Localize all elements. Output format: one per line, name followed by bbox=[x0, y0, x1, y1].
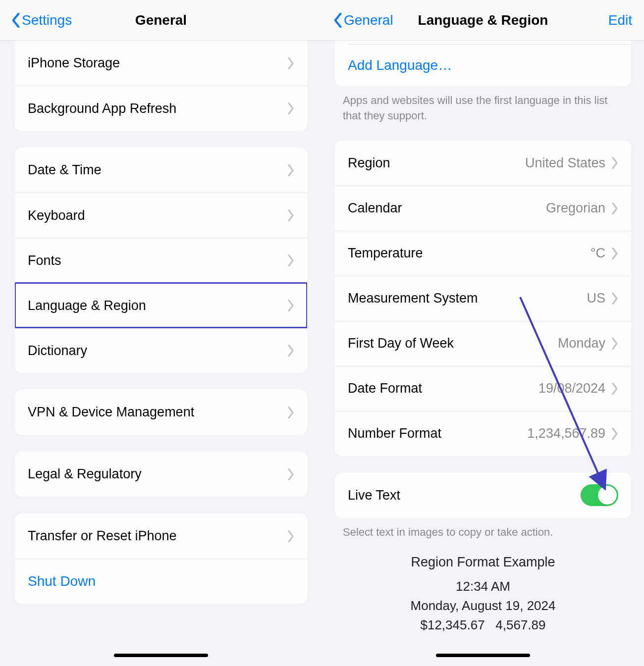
nav-bar-right: General Language & Region Edit bbox=[322, 0, 644, 41]
row-shut-down[interactable]: Shut Down bbox=[15, 559, 307, 604]
value-temperature: °C bbox=[590, 246, 605, 261]
row-first-day-of-week[interactable]: First Day of Week Monday bbox=[335, 321, 631, 366]
label-region: Region bbox=[348, 155, 525, 171]
example-time: 12:34 AM bbox=[322, 579, 644, 594]
back-general-label: General bbox=[344, 12, 393, 28]
example-amount-1: $12,345.67 bbox=[420, 617, 484, 632]
value-date-format: 19/08/2024 bbox=[538, 381, 605, 396]
label-add-language: Add Language… bbox=[348, 57, 618, 73]
chevron-right-icon bbox=[287, 57, 294, 69]
chevron-right-icon bbox=[611, 338, 618, 350]
languages-footer: Apps and websites will use the first lan… bbox=[322, 86, 644, 124]
chevron-right-icon bbox=[611, 383, 618, 395]
label-calendar: Calendar bbox=[348, 201, 546, 216]
label-number-format: Number Format bbox=[348, 426, 527, 441]
home-indicator[interactable] bbox=[436, 654, 530, 657]
row-fonts[interactable]: Fonts bbox=[15, 238, 307, 283]
row-vpn-device-management[interactable]: VPN & Device Management bbox=[15, 390, 307, 435]
chevron-right-icon bbox=[287, 530, 294, 542]
chevron-left-icon bbox=[12, 13, 20, 28]
chevron-left-icon bbox=[334, 13, 342, 28]
group-datetime: Date & Time Keyboard Fonts Language & Re… bbox=[15, 148, 307, 373]
group-region-settings: Region United States Calendar Gregorian … bbox=[335, 141, 631, 456]
group-live-text: Live Text bbox=[335, 473, 631, 518]
chevron-right-icon bbox=[611, 293, 618, 305]
label-fonts: Fonts bbox=[28, 253, 287, 268]
label-keyboard: Keyboard bbox=[28, 208, 287, 223]
row-calendar[interactable]: Calendar Gregorian bbox=[335, 186, 631, 231]
value-measurement: US bbox=[587, 291, 605, 306]
row-temperature[interactable]: Temperature °C bbox=[335, 231, 631, 276]
page-title-general: General bbox=[135, 12, 187, 28]
language-region-screen: General Language & Region Edit Add Langu… bbox=[322, 0, 644, 666]
row-number-format[interactable]: Number Format 1,234,567.89 bbox=[335, 411, 631, 456]
example-amounts: $12,345.67 4,567.89 bbox=[322, 617, 644, 633]
row-date-format[interactable]: Date Format 19/08/2024 bbox=[335, 366, 631, 411]
edit-button[interactable]: Edit bbox=[602, 12, 632, 28]
chevron-right-icon bbox=[287, 300, 294, 311]
value-first-day: Monday bbox=[558, 336, 605, 351]
row-keyboard[interactable]: Keyboard bbox=[15, 193, 307, 238]
label-iphone-storage: iPhone Storage bbox=[28, 55, 287, 71]
home-indicator[interactable] bbox=[114, 654, 208, 657]
live-text-footer: Select text in images to copy or take ac… bbox=[322, 518, 644, 540]
live-text-toggle[interactable] bbox=[581, 484, 618, 506]
example-date: Monday, August 19, 2024 bbox=[322, 598, 644, 614]
chevron-right-icon bbox=[287, 407, 294, 418]
label-live-text: Live Text bbox=[348, 488, 581, 503]
nav-bar-left: Settings General bbox=[0, 0, 322, 41]
general-settings-screen: Settings General iPhone Storage Backgrou… bbox=[0, 0, 322, 666]
group-vpn: VPN & Device Management bbox=[15, 390, 307, 435]
language-region-content: Add Language… Apps and websites will use… bbox=[322, 41, 644, 666]
value-number-format: 1,234,567.89 bbox=[527, 426, 605, 441]
row-language-region[interactable]: Language & Region bbox=[15, 283, 307, 328]
chevron-right-icon bbox=[287, 255, 294, 266]
row-iphone-storage[interactable]: iPhone Storage bbox=[15, 41, 307, 86]
back-settings-button[interactable]: Settings bbox=[12, 12, 72, 28]
chevron-right-icon bbox=[611, 203, 618, 214]
back-settings-label: Settings bbox=[22, 12, 72, 28]
example-header: Region Format Example bbox=[322, 555, 644, 570]
row-date-time[interactable]: Date & Time bbox=[15, 148, 307, 193]
chevron-right-icon bbox=[287, 164, 294, 176]
chevron-right-icon bbox=[287, 102, 294, 114]
chevron-right-icon bbox=[287, 345, 294, 357]
row-measurement-system[interactable]: Measurement System US bbox=[335, 276, 631, 321]
label-dictionary: Dictionary bbox=[28, 343, 287, 359]
value-region: United States bbox=[525, 155, 605, 171]
row-live-text: Live Text bbox=[335, 473, 631, 518]
row-legal-regulatory[interactable]: Legal & Regulatory bbox=[15, 452, 307, 497]
row-region[interactable]: Region United States bbox=[335, 141, 631, 186]
label-date-format: Date Format bbox=[348, 381, 538, 396]
label-first-day: First Day of Week bbox=[348, 336, 558, 351]
label-date-time: Date & Time bbox=[28, 162, 287, 178]
label-transfer: Transfer or Reset iPhone bbox=[28, 528, 287, 544]
general-content: iPhone Storage Background App Refresh Da… bbox=[0, 41, 322, 666]
label-background-app-refresh: Background App Refresh bbox=[28, 101, 287, 116]
label-legal: Legal & Regulatory bbox=[28, 466, 287, 482]
row-background-app-refresh[interactable]: Background App Refresh bbox=[15, 86, 307, 131]
back-general-button[interactable]: General bbox=[334, 12, 393, 28]
page-title-language-region: Language & Region bbox=[418, 12, 548, 28]
label-vpn: VPN & Device Management bbox=[28, 405, 287, 420]
group-transfer: Transfer or Reset iPhone Shut Down bbox=[15, 513, 307, 604]
label-language-region: Language & Region bbox=[28, 298, 287, 313]
row-dictionary[interactable]: Dictionary bbox=[15, 328, 307, 373]
group-storage: iPhone Storage Background App Refresh bbox=[15, 41, 307, 131]
value-calendar: Gregorian bbox=[546, 201, 605, 216]
chevron-right-icon bbox=[287, 209, 294, 221]
chevron-right-icon bbox=[611, 157, 618, 169]
example-amount-2: 4,567.89 bbox=[495, 617, 545, 632]
chevron-right-icon bbox=[611, 248, 618, 259]
row-transfer-reset[interactable]: Transfer or Reset iPhone bbox=[15, 513, 307, 559]
label-measurement: Measurement System bbox=[348, 291, 587, 306]
chevron-right-icon bbox=[287, 468, 294, 480]
region-format-example: Region Format Example 12:34 AM Monday, A… bbox=[322, 540, 644, 633]
label-temperature: Temperature bbox=[348, 246, 590, 261]
group-languages: Add Language… bbox=[335, 41, 631, 86]
label-shut-down: Shut Down bbox=[28, 573, 294, 589]
group-legal: Legal & Regulatory bbox=[15, 452, 307, 497]
row-add-language[interactable]: Add Language… bbox=[335, 45, 631, 86]
chevron-right-icon bbox=[611, 428, 618, 440]
